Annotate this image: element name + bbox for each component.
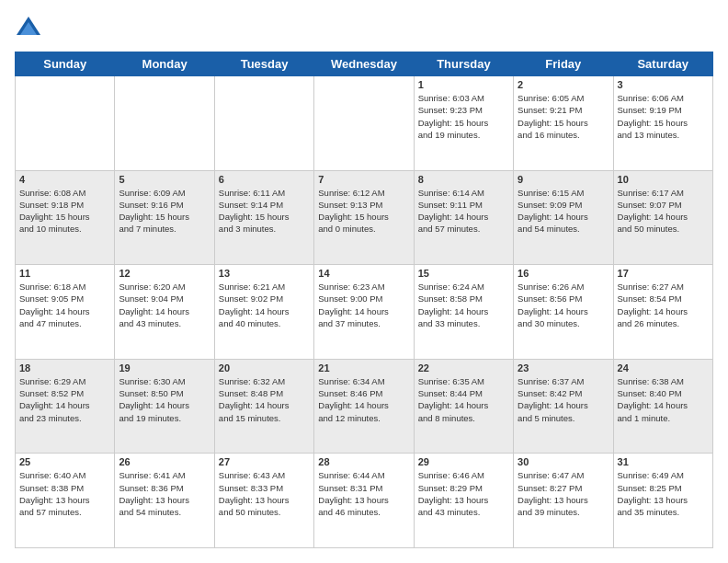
page: SundayMondayTuesdayWednesdayThursdayFrid…	[0, 0, 728, 563]
calendar-cell: 20Sunrise: 6:32 AMSunset: 8:48 PMDayligh…	[214, 359, 313, 454]
calendar-cell: 13Sunrise: 6:21 AMSunset: 9:02 PMDayligh…	[214, 265, 313, 360]
calendar-week-row-3: 11Sunrise: 6:18 AMSunset: 9:05 PMDayligh…	[16, 265, 713, 360]
calendar-week-row-2: 4Sunrise: 6:08 AMSunset: 9:18 PMDaylight…	[16, 170, 713, 265]
day-info: Sunrise: 6:24 AMSunset: 8:58 PMDaylight:…	[418, 281, 509, 329]
day-info: Sunrise: 6:23 AMSunset: 9:00 PMDaylight:…	[318, 281, 409, 329]
day-info: Sunrise: 6:35 AMSunset: 8:44 PMDaylight:…	[418, 375, 509, 424]
calendar-cell: 30Sunrise: 6:47 AMSunset: 8:27 PMDayligh…	[514, 454, 613, 548]
day-number: 5	[119, 174, 210, 185]
logo-icon	[15, 15, 42, 42]
day-number: 4	[19, 174, 110, 185]
calendar-cell: 10Sunrise: 6:17 AMSunset: 9:07 PMDayligh…	[613, 170, 712, 265]
day-info: Sunrise: 6:40 AMSunset: 8:38 PMDaylight:…	[19, 469, 110, 518]
day-number: 31	[618, 456, 709, 467]
day-info: Sunrise: 6:17 AMSunset: 9:07 PMDaylight:…	[618, 187, 709, 236]
day-info: Sunrise: 6:12 AMSunset: 9:13 PMDaylight:…	[318, 187, 409, 236]
day-info: Sunrise: 6:14 AMSunset: 9:11 PMDaylight:…	[418, 187, 509, 236]
day-info: Sunrise: 6:26 AMSunset: 8:56 PMDaylight:…	[518, 281, 609, 329]
day-number: 29	[418, 456, 509, 467]
calendar-cell: 11Sunrise: 6:18 AMSunset: 9:05 PMDayligh…	[16, 265, 115, 360]
day-info: Sunrise: 6:09 AMSunset: 9:16 PMDaylight:…	[119, 187, 210, 236]
calendar-cell: 23Sunrise: 6:37 AMSunset: 8:42 PMDayligh…	[514, 359, 613, 454]
day-info: Sunrise: 6:43 AMSunset: 8:33 PMDaylight:…	[219, 469, 310, 518]
calendar-cell: 6Sunrise: 6:11 AMSunset: 9:14 PMDaylight…	[214, 170, 313, 265]
day-number: 16	[518, 268, 609, 279]
day-number: 7	[318, 174, 409, 185]
day-number: 2	[518, 79, 609, 90]
calendar-cell: 8Sunrise: 6:14 AMSunset: 9:11 PMDaylight…	[414, 170, 513, 265]
day-info: Sunrise: 6:06 AMSunset: 9:19 PMDaylight:…	[618, 92, 709, 141]
day-number: 21	[318, 362, 409, 373]
day-info: Sunrise: 6:41 AMSunset: 8:36 PMDaylight:…	[119, 469, 210, 518]
day-number: 14	[318, 268, 409, 279]
day-info: Sunrise: 6:27 AMSunset: 8:54 PMDaylight:…	[618, 281, 709, 329]
day-number: 10	[618, 174, 709, 185]
day-info: Sunrise: 6:18 AMSunset: 9:05 PMDaylight:…	[19, 281, 110, 329]
day-number: 9	[518, 174, 609, 185]
day-info: Sunrise: 6:32 AMSunset: 8:48 PMDaylight:…	[219, 375, 310, 424]
calendar-cell: 4Sunrise: 6:08 AMSunset: 9:18 PMDaylight…	[16, 170, 115, 265]
calendar-cell: 25Sunrise: 6:40 AMSunset: 8:38 PMDayligh…	[16, 454, 115, 548]
day-number: 11	[19, 268, 110, 279]
day-number: 1	[418, 79, 509, 90]
day-info: Sunrise: 6:37 AMSunset: 8:42 PMDaylight:…	[518, 375, 609, 424]
weekday-header-wednesday: Wednesday	[314, 52, 414, 76]
day-number: 17	[618, 268, 709, 279]
day-info: Sunrise: 6:20 AMSunset: 9:04 PMDaylight:…	[119, 281, 210, 329]
day-number: 27	[219, 456, 310, 467]
day-info: Sunrise: 6:03 AMSunset: 9:23 PMDaylight:…	[418, 92, 509, 141]
weekday-header-saturday: Saturday	[613, 52, 712, 76]
weekday-header-friday: Friday	[514, 52, 613, 76]
calendar-cell: 16Sunrise: 6:26 AMSunset: 8:56 PMDayligh…	[514, 265, 613, 360]
calendar-cell: 3Sunrise: 6:06 AMSunset: 9:19 PMDaylight…	[613, 76, 712, 171]
calendar: SundayMondayTuesdayWednesdayThursdayFrid…	[15, 52, 713, 548]
calendar-cell: 2Sunrise: 6:05 AMSunset: 9:21 PMDaylight…	[514, 76, 613, 171]
calendar-week-row-1: 1Sunrise: 6:03 AMSunset: 9:23 PMDaylight…	[16, 76, 713, 171]
day-number: 18	[19, 362, 110, 373]
day-number: 6	[219, 174, 310, 185]
logo	[15, 15, 46, 42]
day-number: 15	[418, 268, 509, 279]
day-info: Sunrise: 6:08 AMSunset: 9:18 PMDaylight:…	[19, 187, 110, 236]
day-info: Sunrise: 6:15 AMSunset: 9:09 PMDaylight:…	[518, 187, 609, 236]
day-info: Sunrise: 6:38 AMSunset: 8:40 PMDaylight:…	[618, 375, 709, 424]
day-number: 28	[318, 456, 409, 467]
calendar-week-row-4: 18Sunrise: 6:29 AMSunset: 8:52 PMDayligh…	[16, 359, 713, 454]
day-info: Sunrise: 6:21 AMSunset: 9:02 PMDaylight:…	[219, 281, 310, 329]
day-info: Sunrise: 6:05 AMSunset: 9:21 PMDaylight:…	[518, 92, 609, 141]
day-number: 3	[618, 79, 709, 90]
day-info: Sunrise: 6:29 AMSunset: 8:52 PMDaylight:…	[19, 375, 110, 424]
calendar-cell	[214, 76, 313, 171]
calendar-cell: 24Sunrise: 6:38 AMSunset: 8:40 PMDayligh…	[613, 359, 712, 454]
calendar-cell: 17Sunrise: 6:27 AMSunset: 8:54 PMDayligh…	[613, 265, 712, 360]
day-number: 8	[418, 174, 509, 185]
calendar-week-row-5: 25Sunrise: 6:40 AMSunset: 8:38 PMDayligh…	[16, 454, 713, 548]
day-number: 30	[518, 456, 609, 467]
day-number: 13	[219, 268, 310, 279]
calendar-cell: 31Sunrise: 6:49 AMSunset: 8:25 PMDayligh…	[613, 454, 712, 548]
calendar-cell: 26Sunrise: 6:41 AMSunset: 8:36 PMDayligh…	[115, 454, 214, 548]
day-info: Sunrise: 6:47 AMSunset: 8:27 PMDaylight:…	[518, 469, 609, 518]
day-info: Sunrise: 6:34 AMSunset: 8:46 PMDaylight:…	[318, 375, 409, 424]
day-number: 19	[119, 362, 210, 373]
calendar-cell: 19Sunrise: 6:30 AMSunset: 8:50 PMDayligh…	[115, 359, 214, 454]
calendar-cell: 22Sunrise: 6:35 AMSunset: 8:44 PMDayligh…	[414, 359, 513, 454]
calendar-cell: 28Sunrise: 6:44 AMSunset: 8:31 PMDayligh…	[314, 454, 414, 548]
day-info: Sunrise: 6:30 AMSunset: 8:50 PMDaylight:…	[119, 375, 210, 424]
calendar-cell: 27Sunrise: 6:43 AMSunset: 8:33 PMDayligh…	[214, 454, 313, 548]
day-number: 24	[618, 362, 709, 373]
calendar-cell: 29Sunrise: 6:46 AMSunset: 8:29 PMDayligh…	[414, 454, 513, 548]
calendar-cell	[115, 76, 214, 171]
weekday-header-row: SundayMondayTuesdayWednesdayThursdayFrid…	[16, 52, 713, 76]
calendar-cell: 15Sunrise: 6:24 AMSunset: 8:58 PMDayligh…	[414, 265, 513, 360]
calendar-cell	[16, 76, 115, 171]
calendar-cell: 14Sunrise: 6:23 AMSunset: 9:00 PMDayligh…	[314, 265, 414, 360]
weekday-header-monday: Monday	[115, 52, 214, 76]
calendar-cell: 1Sunrise: 6:03 AMSunset: 9:23 PMDaylight…	[414, 76, 513, 171]
day-number: 26	[119, 456, 210, 467]
day-info: Sunrise: 6:11 AMSunset: 9:14 PMDaylight:…	[219, 187, 310, 236]
day-info: Sunrise: 6:44 AMSunset: 8:31 PMDaylight:…	[318, 469, 409, 518]
calendar-cell: 21Sunrise: 6:34 AMSunset: 8:46 PMDayligh…	[314, 359, 414, 454]
weekday-header-sunday: Sunday	[16, 52, 115, 76]
header	[15, 15, 713, 42]
